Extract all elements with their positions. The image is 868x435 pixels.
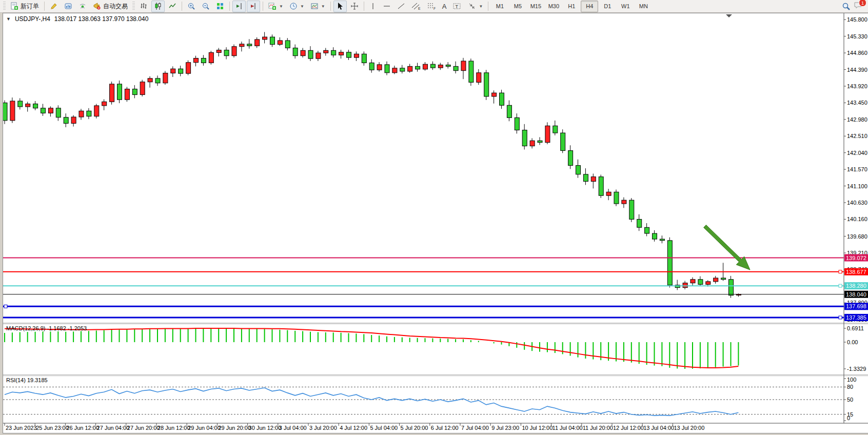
svg-text:138.040: 138.040 xyxy=(846,291,866,298)
svg-text:4 Jul 12:00: 4 Jul 12:00 xyxy=(340,425,367,431)
indicators-icon xyxy=(268,2,277,10)
timeframe-h4[interactable]: H4 xyxy=(581,1,598,12)
line-chart-icon xyxy=(168,2,176,10)
macd-pane: 0.69110.00-1.3329 xyxy=(5,325,866,372)
chart-window[interactable]: 145.800145.330144.860144.390143.920143.4… xyxy=(3,13,868,433)
tile-windows-button[interactable] xyxy=(213,1,227,12)
arrows-tool[interactable]: ▼ xyxy=(465,1,485,12)
horizontal-line-138.280[interactable]: 138.280 xyxy=(3,282,868,289)
timeframe-m5[interactable]: M5 xyxy=(509,1,526,12)
svg-text:50: 50 xyxy=(847,397,853,403)
signal-icon xyxy=(78,2,87,10)
candlestick-chart-button[interactable] xyxy=(151,1,165,12)
fibonacci-tool[interactable]: F xyxy=(424,1,439,12)
toolbar-separator xyxy=(182,2,182,11)
chart-shift-marker[interactable] xyxy=(726,14,732,17)
svg-text:144.860: 144.860 xyxy=(847,50,867,56)
chart-profile-button[interactable] xyxy=(62,1,75,12)
svg-text:143.450: 143.450 xyxy=(847,100,867,106)
fibonacci-icon: F xyxy=(427,2,436,10)
horizontal-line-tool[interactable] xyxy=(380,1,393,12)
timeframe-m1[interactable]: M1 xyxy=(491,1,508,12)
line-chart-button[interactable] xyxy=(166,1,179,12)
toolbar-grip xyxy=(3,2,6,11)
pane-separator[interactable] xyxy=(3,323,868,423)
svg-text:0.6911: 0.6911 xyxy=(847,325,864,331)
horizontal-line-138.677[interactable]: 138.677 xyxy=(3,268,868,275)
rsi-line xyxy=(5,388,738,416)
svg-text:13 Jul 20:00: 13 Jul 20:00 xyxy=(674,425,704,431)
styler-button[interactable] xyxy=(47,1,61,12)
annotation-arrow[interactable] xyxy=(704,225,750,270)
chart-shift-button[interactable] xyxy=(247,1,260,12)
svg-text:12 Jul 12:00: 12 Jul 12:00 xyxy=(613,425,644,431)
trendline-icon xyxy=(397,2,405,10)
toolbar-separator xyxy=(263,2,263,11)
text-label-tool[interactable]: T xyxy=(450,1,464,12)
svg-text:138.280: 138.280 xyxy=(846,283,866,289)
price-chart-canvas[interactable]: 145.800145.330144.860144.390143.920143.4… xyxy=(3,13,868,433)
timeframe-m30[interactable]: M30 xyxy=(545,1,562,12)
crosshair-button[interactable] xyxy=(348,1,361,12)
svg-text:140.160: 140.160 xyxy=(847,216,867,222)
new-order-icon xyxy=(10,2,18,10)
auto-trading-button[interactable]: 自动交易 xyxy=(90,1,130,12)
indicators-button[interactable]: ▼ xyxy=(266,1,286,12)
timeframe-toolbar: M1M5M15M30H1H4D1W1MN xyxy=(491,1,652,12)
svg-text:141.570: 141.570 xyxy=(847,166,867,172)
svg-text:142.510: 142.510 xyxy=(847,133,867,139)
timeframe-w1[interactable]: W1 xyxy=(617,1,634,12)
zoom-in-button[interactable] xyxy=(185,1,198,12)
clock-icon xyxy=(289,2,298,10)
search-icon[interactable] xyxy=(842,2,851,11)
signals-button[interactable] xyxy=(76,1,89,12)
svg-text:142.040: 142.040 xyxy=(847,150,867,156)
dropdown-caret: ▼ xyxy=(479,4,483,9)
svg-text:13 Jul 04:00: 13 Jul 04:00 xyxy=(643,425,674,431)
text-label-icon: T xyxy=(452,2,462,10)
toolbar-separator xyxy=(229,2,230,11)
dropdown-caret: ▼ xyxy=(300,4,304,9)
trendline-tool[interactable] xyxy=(394,1,408,12)
toolbar-separator xyxy=(330,2,331,11)
timeframe-d1[interactable]: D1 xyxy=(599,1,616,12)
template-icon xyxy=(310,2,319,10)
dropdown-caret: ▼ xyxy=(321,4,325,9)
vertical-line-tool[interactable] xyxy=(367,1,379,12)
timeframe-m15[interactable]: M15 xyxy=(527,1,544,12)
svg-text:10 Jul 12:00: 10 Jul 12:00 xyxy=(522,425,553,431)
svg-text:137.385: 137.385 xyxy=(846,314,866,321)
timeframe-mn[interactable]: MN xyxy=(635,1,652,12)
cursor-button[interactable] xyxy=(333,1,347,12)
text-tool[interactable]: A xyxy=(440,1,449,12)
zoom-out-icon xyxy=(202,2,210,10)
svg-text:138.677: 138.677 xyxy=(846,269,866,275)
new-order-button[interactable]: 新订单 xyxy=(8,1,42,12)
horizontal-line-137.385[interactable]: 137.385 xyxy=(3,314,868,321)
horizontal-line-138.040[interactable]: 138.040 xyxy=(3,291,868,298)
chart-title-expander-icon[interactable]: ▼ xyxy=(6,16,11,22)
dropdown-caret: ▼ xyxy=(279,4,283,9)
svg-text:143.920: 143.920 xyxy=(847,83,867,89)
auto-scroll-button[interactable] xyxy=(232,1,246,12)
svg-text:145.330: 145.330 xyxy=(847,33,867,39)
templates-button[interactable]: ▼ xyxy=(308,1,328,12)
notification-badge: 1 xyxy=(859,0,866,7)
svg-text:145.800: 145.800 xyxy=(847,16,867,23)
timeframe-h1[interactable]: H1 xyxy=(563,1,580,12)
toolbar-separator xyxy=(364,2,364,11)
equidistant-channel-tool[interactable]: E xyxy=(409,1,423,12)
channel-icon: E xyxy=(411,2,421,10)
bar-chart-button[interactable] xyxy=(137,1,150,12)
periods-button[interactable]: ▼ xyxy=(287,1,307,12)
zoom-out-button[interactable] xyxy=(199,1,212,12)
auto-scroll-icon xyxy=(235,2,243,10)
svg-text:6 Jul 12:00: 6 Jul 12:00 xyxy=(431,425,459,431)
auto-trading-icon xyxy=(93,2,101,10)
chart-title: ▼ USDJPY-,H4 138.017 138.063 137.970 138… xyxy=(6,15,148,23)
horizontal-line-137.698[interactable]: 137.698 xyxy=(3,303,868,310)
svg-text:137.698: 137.698 xyxy=(846,303,866,309)
crayon-icon xyxy=(50,2,58,10)
horizontal-line-icon xyxy=(383,2,391,10)
notifications-button[interactable]: 1 xyxy=(854,1,863,11)
